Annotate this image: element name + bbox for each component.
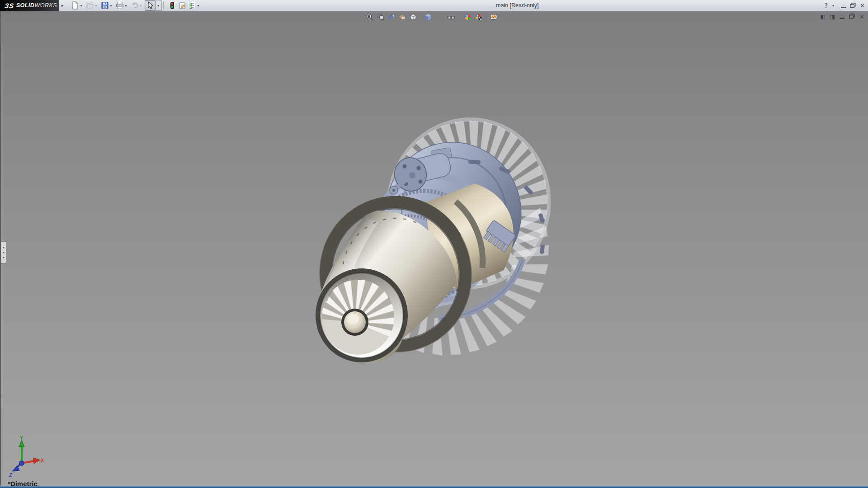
flyout-arrow-icon: ◂ [3,245,5,250]
collapse-pane-left-button[interactable]: ◧ [820,14,825,20]
view-orientation-button[interactable] [409,13,417,21]
doc-minimize-button[interactable] [840,18,844,19]
section-view-icon [398,13,406,21]
apply-scene-button[interactable] [474,13,483,21]
hide-show-items-button[interactable] [447,13,455,21]
solidworks-window: { "titlebar": { "brand": { "glyph": "ЗS"… [0,0,868,488]
taskbar-edge [0,486,868,488]
triad-x-label: X [41,458,44,463]
display-style-button[interactable] [424,13,432,21]
3d-model-jet-engine[interactable] [1,0,868,488]
zoom-to-fit-button[interactable] [365,13,374,21]
triad-y-label: Y [20,435,24,441]
heads-up-view-toolbar [365,13,500,21]
collapse-pane-right-button[interactable]: ◨ [830,14,835,20]
triad-z-label: Z [9,472,13,478]
view-settings-button[interactable] [489,13,498,21]
display-style-icon [424,13,432,21]
flyout-arrow-icon: ◂ [3,255,5,260]
doc-restore-icon [849,14,855,19]
edit-appearance-button[interactable] [463,13,472,21]
section-view-button[interactable] [398,13,406,21]
edit-appearance-icon [464,13,472,21]
zoom-to-area-icon [377,13,385,21]
document-window-controls: ◧ ◨ ✕ [820,13,864,21]
zoom-to-area-button[interactable] [376,13,385,21]
graphics-viewport[interactable]: ◧ ◨ ✕ ◂ ◂ ◂ Y X Z *Dimetric [0,11,868,486]
feature-tree-flyout-tab[interactable]: ◂ ◂ ◂ [1,241,6,263]
apply-scene-icon [475,13,483,21]
view-orientation-icon [409,13,417,21]
doc-restore-button[interactable] [849,13,855,21]
flyout-arrow-icon: ◂ [3,250,5,255]
previous-view-icon [387,13,396,21]
reference-triad: Y X Z [5,435,45,480]
view-settings-icon [490,13,498,21]
zoom-to-fit-icon [366,13,374,21]
previous-view-button[interactable] [387,13,396,21]
doc-close-button[interactable]: ✕ [859,14,864,20]
eyeglasses-icon [447,13,455,21]
